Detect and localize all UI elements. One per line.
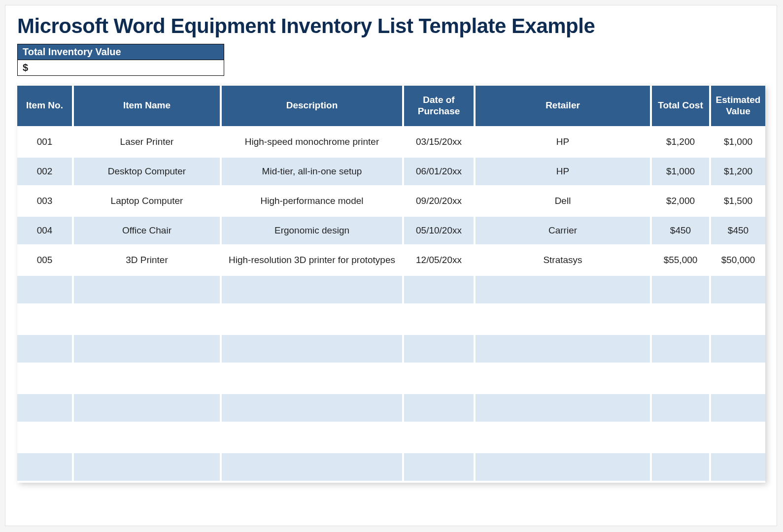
cell-item-name[interactable] [74, 394, 222, 424]
cell-item-no[interactable]: 001 [17, 128, 74, 158]
cell-total-cost[interactable]: $1,200 [652, 128, 711, 158]
cell-item-no[interactable]: 002 [17, 158, 74, 187]
table-row: 003Laptop ComputerHigh-performance model… [17, 187, 765, 217]
cell-item-name[interactable] [74, 365, 222, 394]
cell-est-value[interactable] [711, 305, 765, 335]
cell-total-cost[interactable]: $55,000 [652, 246, 711, 276]
cell-est-value[interactable]: $450 [711, 217, 765, 246]
table-row: 004Office ChairErgonomic design05/10/20x… [17, 217, 765, 246]
cell-retailer[interactable] [476, 335, 652, 365]
cell-description[interactable] [222, 276, 404, 305]
cell-item-name[interactable] [74, 276, 222, 305]
cell-total-cost[interactable] [652, 305, 711, 335]
table-header-row: Item No. Item Name Description Date of P… [17, 86, 765, 128]
table-row [17, 424, 765, 453]
col-header-item-no: Item No. [17, 86, 74, 128]
cell-item-no[interactable]: 003 [17, 187, 74, 217]
cell-item-name[interactable] [74, 453, 222, 483]
cell-total-cost[interactable] [652, 335, 711, 365]
cell-total-cost[interactable] [652, 424, 711, 453]
cell-item-name[interactable]: Office Chair [74, 217, 222, 246]
col-header-item-name: Item Name [74, 86, 222, 128]
document-page: Microsoft Word Equipment Inventory List … [5, 5, 777, 526]
cell-retailer[interactable] [476, 453, 652, 483]
cell-date[interactable] [404, 335, 476, 365]
cell-date[interactable]: 12/05/20xx [404, 246, 476, 276]
table-row: 0053D PrinterHigh-resolution 3D printer … [17, 246, 765, 276]
cell-retailer[interactable]: HP [476, 158, 652, 187]
cell-item-name[interactable]: Laptop Computer [74, 187, 222, 217]
cell-item-no[interactable] [17, 394, 74, 424]
cell-total-cost[interactable] [652, 365, 711, 394]
cell-description[interactable]: Ergonomic design [222, 217, 404, 246]
total-inventory-block: Total Inventory Value $ [17, 44, 224, 76]
cell-description[interactable]: Mid-tier, all-in-one setup [222, 158, 404, 187]
cell-date[interactable] [404, 276, 476, 305]
table-row [17, 394, 765, 424]
cell-total-cost[interactable]: $450 [652, 217, 711, 246]
page-title: Microsoft Word Equipment Inventory List … [17, 14, 765, 38]
cell-retailer[interactable] [476, 276, 652, 305]
cell-est-value[interactable]: $1,200 [711, 158, 765, 187]
cell-description[interactable] [222, 305, 404, 335]
cell-item-name[interactable]: Laser Printer [74, 128, 222, 158]
cell-date[interactable]: 05/10/20xx [404, 217, 476, 246]
cell-est-value[interactable] [711, 276, 765, 305]
cell-est-value[interactable]: $1,500 [711, 187, 765, 217]
cell-retailer[interactable] [476, 365, 652, 394]
cell-total-cost[interactable]: $2,000 [652, 187, 711, 217]
cell-date[interactable]: 03/15/20xx [404, 128, 476, 158]
cell-description[interactable] [222, 335, 404, 365]
cell-est-value[interactable] [711, 394, 765, 424]
cell-item-no[interactable] [17, 424, 74, 453]
cell-total-cost[interactable] [652, 453, 711, 483]
cell-item-no[interactable] [17, 365, 74, 394]
cell-description[interactable] [222, 394, 404, 424]
cell-item-name[interactable]: Desktop Computer [74, 158, 222, 187]
cell-retailer[interactable] [476, 305, 652, 335]
cell-item-no[interactable] [17, 276, 74, 305]
cell-est-value[interactable] [711, 453, 765, 483]
cell-est-value[interactable]: $1,000 [711, 128, 765, 158]
cell-retailer[interactable]: Stratasys [476, 246, 652, 276]
cell-description[interactable]: High-resolution 3D printer for prototype… [222, 246, 404, 276]
cell-retailer[interactable]: Carrier [476, 217, 652, 246]
cell-total-cost[interactable]: $1,000 [652, 158, 711, 187]
cell-date[interactable] [404, 365, 476, 394]
cell-est-value[interactable] [711, 424, 765, 453]
cell-date[interactable] [404, 424, 476, 453]
cell-date[interactable] [404, 453, 476, 483]
cell-date[interactable] [404, 305, 476, 335]
cell-retailer[interactable]: Dell [476, 187, 652, 217]
cell-est-value[interactable]: $50,000 [711, 246, 765, 276]
col-header-date: Date of Purchase [404, 86, 476, 128]
cell-retailer[interactable]: HP [476, 128, 652, 158]
cell-item-no[interactable] [17, 335, 74, 365]
cell-retailer[interactable] [476, 424, 652, 453]
total-inventory-label: Total Inventory Value [17, 44, 224, 60]
cell-item-name[interactable] [74, 335, 222, 365]
cell-item-name[interactable] [74, 424, 222, 453]
cell-item-no[interactable]: 004 [17, 217, 74, 246]
cell-est-value[interactable] [711, 365, 765, 394]
cell-date[interactable]: 06/01/20xx [404, 158, 476, 187]
table-row: 002Desktop ComputerMid-tier, all-in-one … [17, 158, 765, 187]
cell-description[interactable]: High-performance model [222, 187, 404, 217]
cell-date[interactable]: 09/20/20xx [404, 187, 476, 217]
cell-date[interactable] [404, 394, 476, 424]
cell-item-no[interactable]: 005 [17, 246, 74, 276]
cell-total-cost[interactable] [652, 394, 711, 424]
table-row [17, 453, 765, 483]
cell-item-name[interactable] [74, 305, 222, 335]
cell-description[interactable] [222, 365, 404, 394]
cell-item-name[interactable]: 3D Printer [74, 246, 222, 276]
cell-total-cost[interactable] [652, 276, 711, 305]
total-inventory-value[interactable]: $ [17, 60, 224, 76]
cell-item-no[interactable] [17, 305, 74, 335]
cell-item-no[interactable] [17, 453, 74, 483]
cell-retailer[interactable] [476, 394, 652, 424]
cell-description[interactable] [222, 424, 404, 453]
cell-est-value[interactable] [711, 335, 765, 365]
cell-description[interactable] [222, 453, 404, 483]
cell-description[interactable]: High-speed monochrome printer [222, 128, 404, 158]
